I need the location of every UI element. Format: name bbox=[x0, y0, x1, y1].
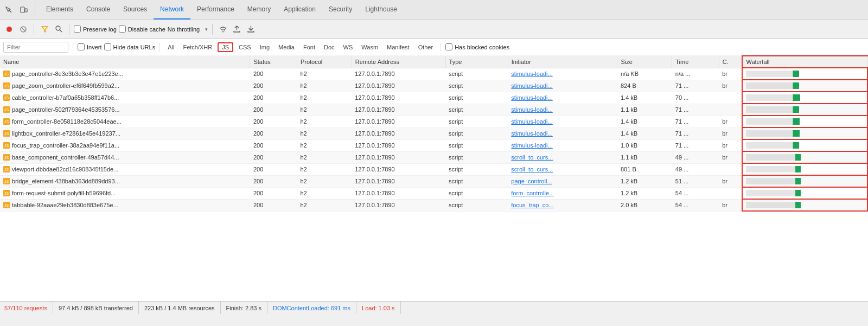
filter-bar: Invert Hide data URLs All Fetch/XHR JS C… bbox=[0, 39, 868, 55]
cell-protocol: h2 bbox=[297, 175, 352, 187]
filter-media[interactable]: Media bbox=[275, 43, 298, 51]
table-row[interactable]: JSbridge_element-438bab363dd889dd93...20… bbox=[0, 175, 867, 187]
record-button[interactable] bbox=[3, 23, 15, 35]
hide-data-urls-checkbox[interactable] bbox=[104, 43, 111, 50]
filter-wasm[interactable]: Wasm bbox=[358, 43, 381, 51]
cell-time: 71 ... bbox=[672, 104, 719, 116]
cell-initiator[interactable]: page_controll... bbox=[508, 175, 617, 187]
tab-console[interactable]: Console bbox=[80, 0, 117, 20]
preserve-log-label[interactable]: Preserve log bbox=[74, 25, 117, 33]
export-icon[interactable] bbox=[245, 23, 257, 35]
search-icon-btn[interactable] bbox=[53, 23, 65, 35]
tab-application[interactable]: Application bbox=[277, 0, 322, 20]
cell-size: 801 B bbox=[617, 163, 672, 175]
th-size[interactable]: Size bbox=[617, 56, 672, 68]
filter-ws[interactable]: WS bbox=[340, 43, 356, 51]
table-row[interactable]: JStabbable-92aaae29eb3830d883e675e...200… bbox=[0, 199, 867, 211]
th-status[interactable]: Status bbox=[250, 56, 297, 68]
invert-label[interactable]: Invert bbox=[78, 43, 102, 50]
tab-performance[interactable]: Performance bbox=[190, 0, 241, 20]
inspect-icon[interactable] bbox=[2, 3, 15, 16]
cell-remote-address: 127.0.0.1:7890 bbox=[352, 151, 445, 163]
table-row[interactable]: JScable_controller-b7af0a65b358ff147b6..… bbox=[0, 92, 867, 104]
filter-input[interactable] bbox=[3, 42, 68, 53]
table-row[interactable]: JSpage_controller-502ff79364e45353576...… bbox=[0, 104, 867, 116]
has-blocked-label[interactable]: Has blocked cookies bbox=[445, 43, 509, 50]
tab-network[interactable]: Network bbox=[154, 0, 190, 20]
cell-initiator[interactable]: stimulus-loadi... bbox=[508, 68, 617, 80]
cell-remote-address: 127.0.0.1:7890 bbox=[352, 163, 445, 175]
table-row[interactable]: JSviewport-dbbdae82cd16c908345f15de...20… bbox=[0, 163, 867, 175]
cell-remote-address: 127.0.0.1:7890 bbox=[352, 92, 445, 104]
th-initiator[interactable]: Initiator bbox=[508, 56, 617, 68]
disable-cache-label[interactable]: Disable cache bbox=[119, 25, 165, 33]
cell-initiator[interactable]: stimulus-loadi... bbox=[508, 104, 617, 116]
th-name[interactable]: Name bbox=[0, 56, 250, 68]
disable-cache-checkbox[interactable] bbox=[119, 25, 126, 33]
cell-initiator[interactable]: stimulus-loadi... bbox=[508, 139, 617, 151]
filter-icon-btn[interactable] bbox=[39, 23, 50, 35]
filter-other[interactable]: Other bbox=[415, 43, 437, 51]
svg-line-5 bbox=[22, 27, 25, 31]
table-row[interactable]: JSform_controller-8e058118e28c5044eae...… bbox=[0, 116, 867, 127]
filter-all[interactable]: All bbox=[164, 43, 177, 51]
cell-waterfall bbox=[742, 163, 867, 175]
cell-encoding: br bbox=[719, 80, 742, 92]
waterfall-bar bbox=[746, 166, 864, 172]
th-protocol[interactable]: Protocol bbox=[297, 56, 352, 68]
cell-protocol: h2 bbox=[297, 151, 352, 163]
cell-waterfall bbox=[742, 80, 867, 92]
table-row[interactable]: JSfocus_trap_controller-38a2aa94e9f11a..… bbox=[0, 139, 867, 151]
cell-initiator[interactable]: stimulus-loadi... bbox=[508, 127, 617, 139]
tab-memory[interactable]: Memory bbox=[241, 0, 277, 20]
device-toggle-icon[interactable] bbox=[17, 3, 30, 16]
th-type[interactable]: Type bbox=[445, 56, 508, 68]
cell-initiator[interactable]: scroll_to_curs... bbox=[508, 151, 617, 163]
cell-initiator[interactable]: stimulus-loadi... bbox=[508, 116, 617, 127]
filter-js[interactable]: JS bbox=[218, 42, 233, 52]
import-icon[interactable] bbox=[231, 23, 243, 35]
cell-initiator[interactable]: scroll_to_curs... bbox=[508, 163, 617, 175]
clear-button[interactable] bbox=[17, 23, 29, 35]
preserve-log-checkbox[interactable] bbox=[74, 25, 81, 33]
cell-type: script bbox=[445, 151, 508, 163]
table-row[interactable]: JSform-request-submit-polyfill-b59696fd.… bbox=[0, 187, 867, 199]
filter-css[interactable]: CSS bbox=[235, 43, 254, 51]
network-conditions-icon[interactable] bbox=[217, 23, 229, 35]
tab-elements[interactable]: Elements bbox=[40, 0, 80, 20]
cell-initiator[interactable]: form_controlle... bbox=[508, 187, 617, 199]
table-row[interactable]: JSbase_component_controller-49a57d44...2… bbox=[0, 151, 867, 163]
filter-doc[interactable]: Doc bbox=[321, 43, 338, 51]
th-time[interactable]: Time bbox=[672, 56, 719, 68]
waterfall-main-bar bbox=[795, 178, 801, 184]
th-remote-address[interactable]: Remote Address bbox=[352, 56, 445, 68]
th-c[interactable]: C. bbox=[719, 56, 742, 68]
tab-lighthouse[interactable]: Lighthouse bbox=[359, 0, 404, 20]
dom-content-loaded: DOMContentLoaded: 691 ms bbox=[267, 302, 356, 314]
has-blocked-checkbox[interactable] bbox=[445, 43, 452, 50]
waterfall-main-bar bbox=[793, 82, 799, 89]
throttle-select[interactable]: No throttling bbox=[168, 23, 208, 35]
filter-fetch-xhr[interactable]: Fetch/XHR bbox=[180, 43, 215, 51]
cell-initiator[interactable]: stimulus-loadi... bbox=[508, 80, 617, 92]
table-row[interactable]: JSpage_zoom_controller-ef6f649fb599a2...… bbox=[0, 80, 867, 92]
table-row[interactable]: JSpage_controller-8e3e3b3e3e47e1e223e...… bbox=[0, 68, 867, 80]
cell-initiator[interactable]: stimulus-loadi... bbox=[508, 92, 617, 104]
tab-security[interactable]: Security bbox=[322, 0, 359, 20]
waterfall-main-bar bbox=[795, 202, 801, 208]
cell-time: 49 ... bbox=[672, 163, 719, 175]
filter-img[interactable]: Img bbox=[257, 43, 273, 51]
table-row[interactable]: JSlightbox_controller-e72861e45e419237..… bbox=[0, 127, 867, 139]
filter-manifest[interactable]: Manifest bbox=[384, 43, 413, 51]
cell-type: script bbox=[445, 80, 508, 92]
invert-checkbox[interactable] bbox=[78, 43, 85, 50]
sep3 bbox=[212, 24, 213, 35]
th-waterfall[interactable]: Waterfall bbox=[742, 56, 867, 68]
cell-protocol: h2 bbox=[297, 199, 352, 211]
tab-sources[interactable]: Sources bbox=[117, 0, 154, 20]
cell-encoding bbox=[719, 187, 742, 199]
filter-font[interactable]: Font bbox=[300, 43, 318, 51]
hide-data-urls-label[interactable]: Hide data URLs bbox=[104, 43, 156, 50]
cell-initiator[interactable]: focus_trap_co... bbox=[508, 199, 617, 211]
cell-waterfall bbox=[742, 68, 867, 80]
